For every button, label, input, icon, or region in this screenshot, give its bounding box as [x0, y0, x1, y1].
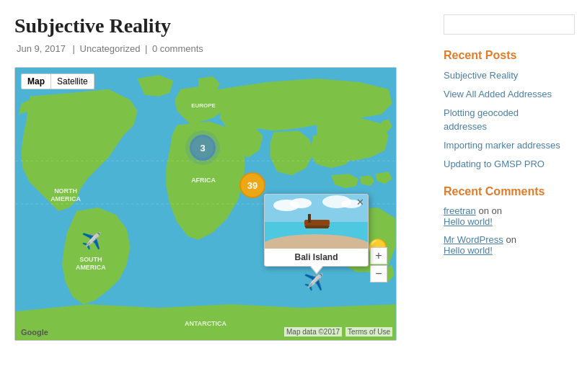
svg-text:EUROPE: EUROPE	[191, 102, 216, 109]
map-data-text: Map data ©2017	[284, 327, 342, 337]
recent-comments-title: Recent Comments	[444, 185, 563, 198]
info-window-arrow	[311, 266, 322, 273]
svg-text:ANTARCTICA: ANTARCTICA	[185, 320, 226, 327]
info-window-title: Bali Island	[265, 249, 368, 266]
sidebar: Search Recent Posts Subjective Reality V…	[444, 14, 563, 341]
svg-point-13	[290, 198, 312, 208]
recent-comments-section: Recent Comments freetran on on Hello wor…	[444, 185, 563, 256]
zoom-in-button[interactable]: +	[370, 247, 387, 264]
comment-post-1[interactable]: Hello world!	[444, 216, 563, 227]
meta-separator2: |	[145, 43, 150, 54]
plane-marker-asia[interactable]: ✈️	[304, 273, 323, 292]
comment-on-1: on	[478, 205, 488, 216]
info-window-close[interactable]: ✕	[356, 197, 364, 208]
map-container[interactable]: NORTH AMERICA SOUTH AMERICA EUROPE AFRIC…	[14, 67, 397, 341]
info-window-bali: ✕	[264, 194, 369, 267]
map-tab-satellite[interactable]: Satellite	[51, 74, 94, 89]
svg-text:SOUTH: SOUTH	[79, 256, 102, 263]
svg-text:AFRICA: AFRICA	[191, 177, 216, 184]
comment-author-2[interactable]: Mr WordPress	[444, 234, 503, 245]
post-date: Jun 9, 2017	[17, 43, 66, 54]
svg-marker-20	[304, 226, 330, 228]
comment-author-1[interactable]: freetran	[444, 205, 476, 216]
recent-posts-title: Recent Posts	[444, 49, 563, 62]
cluster-blue-count: 3	[200, 143, 205, 153]
map-footer-right: Map data ©2017 Terms of Use	[284, 327, 392, 337]
svg-rect-19	[308, 214, 311, 223]
post-meta: Jun 9, 2017 | Uncategorized | 0 comments	[14, 43, 422, 54]
cluster-orange[interactable]: 39	[239, 172, 265, 198]
recent-post-3[interactable]: Plotting geocoded addresses	[444, 107, 563, 133]
recent-post-5[interactable]: Updating to GMSP PRO	[444, 158, 563, 171]
plane-marker-north-america[interactable]: ✈️	[82, 232, 101, 251]
map-tab-map[interactable]: Map	[21, 74, 51, 89]
google-logo: Google	[21, 328, 48, 337]
main-content: Subjective Reality Jun 9, 2017 | Uncateg…	[14, 14, 422, 341]
comment-post-2[interactable]: Hello world!	[444, 245, 563, 256]
recent-posts-section: Recent Posts Subjective Reality View All…	[444, 49, 563, 171]
svg-text:NORTH: NORTH	[54, 187, 77, 195]
map-terms-text[interactable]: Terms of Use	[345, 327, 392, 337]
info-window-image	[265, 195, 368, 249]
svg-text:AMERICA: AMERICA	[50, 195, 81, 202]
meta-separator: |	[73, 43, 78, 54]
cluster-blue[interactable]: 3	[190, 135, 216, 161]
recent-post-2[interactable]: View All Added Addresses	[444, 88, 563, 101]
post-comments[interactable]: 0 comments	[152, 43, 203, 54]
search-box: Search	[444, 14, 563, 35]
comment-item-2: Mr WordPress on Hello world!	[444, 234, 563, 256]
recent-post-1[interactable]: Subjective Reality	[444, 69, 563, 82]
zoom-controls: + −	[370, 247, 387, 282]
post-category[interactable]: Uncategorized	[80, 43, 141, 54]
recent-post-4[interactable]: Importing marker addresses	[444, 139, 563, 152]
search-input[interactable]	[444, 14, 575, 35]
svg-text:AMERICA: AMERICA	[76, 264, 106, 271]
zoom-out-button[interactable]: −	[370, 265, 387, 282]
map-controls: Map Satellite	[21, 74, 94, 89]
comment-item-1: freetran on on Hello world!	[444, 205, 563, 227]
post-title: Subjective Reality	[14, 14, 422, 37]
cluster-orange-count: 39	[247, 180, 257, 191]
